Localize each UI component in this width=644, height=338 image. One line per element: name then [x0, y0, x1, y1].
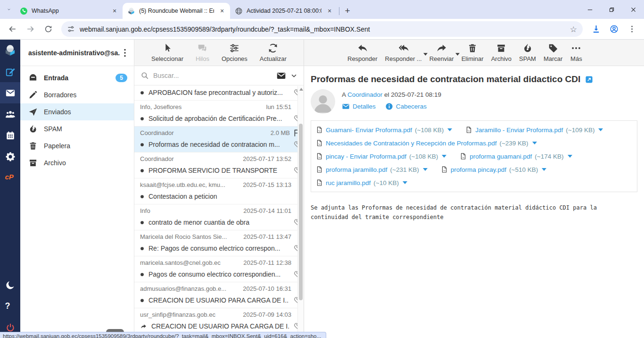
rail-bottom-item[interactable]: [0, 274, 20, 296]
list-toolbar-button[interactable]: Actualizar: [256, 43, 290, 62]
rail-item[interactable]: [0, 40, 20, 61]
search-input[interactable]: [153, 72, 272, 79]
attachment-menu-caret-icon[interactable]: [568, 155, 572, 158]
message-sender: Coordinador: [140, 155, 239, 162]
tab-title: (5) Roundcube Webmail :: Envia: [139, 8, 214, 14]
attachment-name[interactable]: Guamani- Enviar Proforma.pdf: [326, 127, 412, 134]
profile-icon[interactable]: [606, 22, 621, 37]
scrollbar-thumb[interactable]: [299, 124, 303, 300]
minimize-button[interactable]: [579, 0, 601, 19]
open-in-new-window-icon[interactable]: [585, 76, 593, 84]
bookmark-star-icon[interactable]: ☆: [570, 25, 577, 34]
url-bar[interactable]: webmail.sanjuan.gob.ec/cpsess1535909589/…: [61, 21, 583, 37]
tab-close-icon[interactable]: ×: [218, 7, 226, 15]
attachment-item[interactable]: proforma pincay.pdf (~510 KB): [441, 163, 546, 176]
folder-item[interactable]: SPAM: [20, 120, 134, 137]
attachment-item[interactable]: proforma jaramillo.pdf (~231 KB): [316, 163, 428, 176]
url-text[interactable]: webmail.sanjuan.gob.ec/cpsess1535909589/…: [80, 25, 370, 33]
message-date: 2025-07-09 14:03: [243, 311, 291, 318]
reader-toolbar-button[interactable]: SPAM: [515, 43, 540, 62]
attachment-menu-caret-icon[interactable]: [442, 155, 446, 158]
reader-toolbar-button[interactable]: Archivo: [487, 43, 515, 62]
attachment-name[interactable]: ruc jaramillo.pdf: [326, 179, 371, 186]
reload-button[interactable]: [41, 22, 56, 37]
scroll-up-arrow[interactable]: [299, 88, 303, 91]
folder-item[interactable]: Borradores: [20, 86, 134, 103]
attachment-name[interactable]: Necesidades de Contratación y Recepción …: [326, 140, 496, 147]
attachment-item[interactable]: Guamani- Enviar Proforma.pdf (~108 KB): [316, 123, 452, 136]
back-button[interactable]: [5, 22, 20, 37]
message-date: 2025-07-11 13:47: [243, 233, 291, 240]
unread-badge: 5: [116, 74, 127, 82]
attachment-menu-caret-icon[interactable]: [403, 181, 407, 184]
attachment-name[interactable]: proforma pincay.pdf: [451, 166, 506, 173]
message-row[interactable]: Info 2025-07-14 11:01 contrato de menor …: [134, 204, 304, 230]
reader-toolbar-button[interactable]: Más: [566, 43, 586, 62]
tab-close-icon[interactable]: ×: [110, 7, 119, 15]
attachment-item[interactable]: Jaramillo - Enviar Proforma.pdf (~109 KB…: [465, 123, 603, 136]
tab-search-chevron-icon[interactable]: [3, 3, 15, 16]
new-tab-button[interactable]: +: [341, 4, 354, 17]
message-row[interactable]: Coordinador 2025-07-17 13:52 PROFORMA SE…: [134, 152, 304, 178]
folder-item[interactable]: Papelera: [20, 137, 134, 154]
unread-dot-icon: [140, 91, 144, 95]
rail-bottom-item[interactable]: ?: [0, 296, 20, 317]
tab-close-icon[interactable]: ×: [325, 7, 334, 15]
message-row[interactable]: admusuarios@finanzas.gob.e... 2025-07-10…: [134, 282, 304, 308]
attachment-item[interactable]: ruc jaramillo.pdf (~10 KB): [316, 176, 407, 189]
attachment-menu-caret-icon[interactable]: [532, 142, 537, 144]
account-menu-icon[interactable]: [120, 48, 130, 58]
list-toolbar-button[interactable]: Hilos: [192, 43, 213, 62]
recipient-link[interactable]: Coordinador: [347, 91, 382, 98]
rail-item[interactable]: [0, 103, 20, 125]
reader-toolbar-button[interactable]: Eliminar: [458, 43, 487, 62]
attachment-menu-caret-icon[interactable]: [447, 128, 452, 131]
restore-button[interactable]: [601, 0, 622, 19]
list-toolbar-button[interactable]: Seleccionar: [148, 43, 187, 62]
folder-item[interactable]: Entrada 5: [20, 69, 134, 86]
close-button[interactable]: [622, 0, 644, 19]
reader-toolbar-button[interactable]: Responder ...: [381, 43, 426, 62]
reader-toolbar-button[interactable]: Marcar: [540, 43, 566, 62]
attachment-name[interactable]: proforma guamani.pdf: [470, 153, 532, 160]
message-row[interactable]: Coordinador 2.0 MB Proformas de necesida…: [134, 127, 304, 152]
list-scrollbar[interactable]: [297, 86, 304, 338]
message-row[interactable]: maricela.santos@cnel.gob.ec 2025-07-11 1…: [134, 256, 304, 282]
attachment-name[interactable]: pincay - Enviar Proforma.pdf: [326, 153, 406, 160]
message-row[interactable]: Info, Joseflores lun 15:51 Solicitud de …: [134, 101, 304, 127]
attachment-item[interactable]: proforma guamani.pdf (~174 KB): [460, 150, 572, 163]
reader-toolbar-button[interactable]: Reenviar: [426, 43, 458, 62]
rail-item[interactable]: [0, 125, 20, 146]
reader-toolbar-button[interactable]: Responder: [344, 43, 381, 62]
search-scope-mail-icon[interactable]: [276, 71, 286, 81]
rail-item[interactable]: cP: [0, 167, 20, 188]
attachment-name[interactable]: proforma jaramillo.pdf: [326, 166, 388, 173]
browser-menu-icon[interactable]: [624, 22, 639, 37]
message-row[interactable]: APROBACION fase precontractual y autoriz…: [134, 85, 304, 101]
message-row[interactable]: Maricela del Rocio Santos Sie... 2025-07…: [134, 230, 304, 256]
attachment-menu-caret-icon[interactable]: [542, 168, 546, 171]
rail-item[interactable]: [0, 61, 20, 82]
message-row[interactable]: ksaait@fcjse.utb.edu.ec, kmu... 2025-07-…: [134, 178, 304, 204]
header-link[interactable]: Cabeceras: [385, 102, 427, 110]
attachment-menu-caret-icon[interactable]: [598, 128, 603, 131]
browser-tab[interactable]: WhatsApp ×: [15, 3, 123, 19]
attachment-item[interactable]: pincay - Enviar Proforma.pdf (~108 KB): [316, 150, 446, 163]
search-options-chevron-icon[interactable]: [290, 72, 297, 79]
attachment-menu-caret-icon[interactable]: [423, 168, 428, 171]
list-toolbar-button[interactable]: Opciones: [218, 43, 251, 62]
folder-item[interactable]: Archivo: [20, 154, 134, 171]
downloads-icon[interactable]: [588, 22, 603, 37]
site-info-icon[interactable]: [67, 25, 75, 33]
folder-label: Enviados: [44, 108, 71, 116]
header-link[interactable]: Detalles: [342, 102, 376, 110]
attachment-name[interactable]: Jaramillo - Enviar Proforma.pdf: [475, 127, 563, 134]
rail-item[interactable]: [0, 146, 20, 167]
forward-button[interactable]: [23, 22, 38, 37]
browser-tab[interactable]: Actividad 2025-07-21 08:00:00 ×: [230, 3, 338, 19]
rail-item[interactable]: [0, 82, 20, 103]
browser-tab[interactable]: (5) Roundcube Webmail :: Envia ×: [123, 3, 230, 19]
folder-item[interactable]: Enviados: [20, 103, 134, 120]
message-row[interactable]: usr_sinfip@finanzas.gob.ec 2025-07-09 14…: [134, 308, 304, 334]
attachment-item[interactable]: Necesidades de Contratación y Recepción …: [316, 136, 537, 150]
